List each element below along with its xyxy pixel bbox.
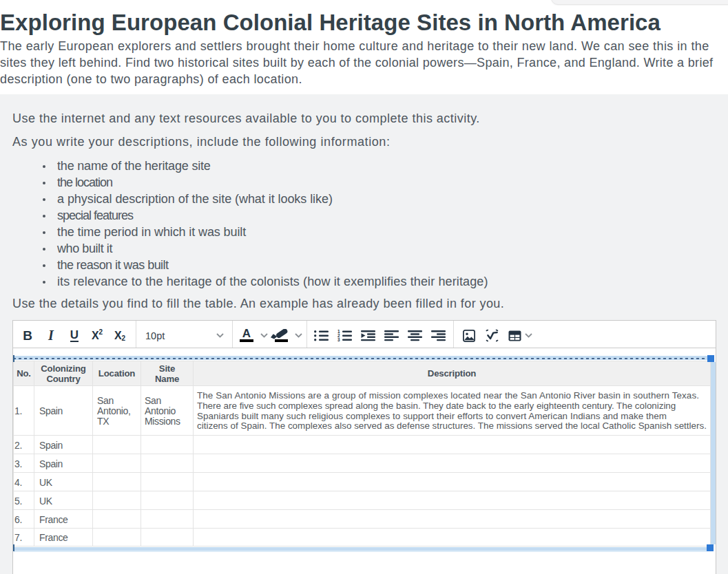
svg-text:3: 3 — [337, 337, 340, 341]
